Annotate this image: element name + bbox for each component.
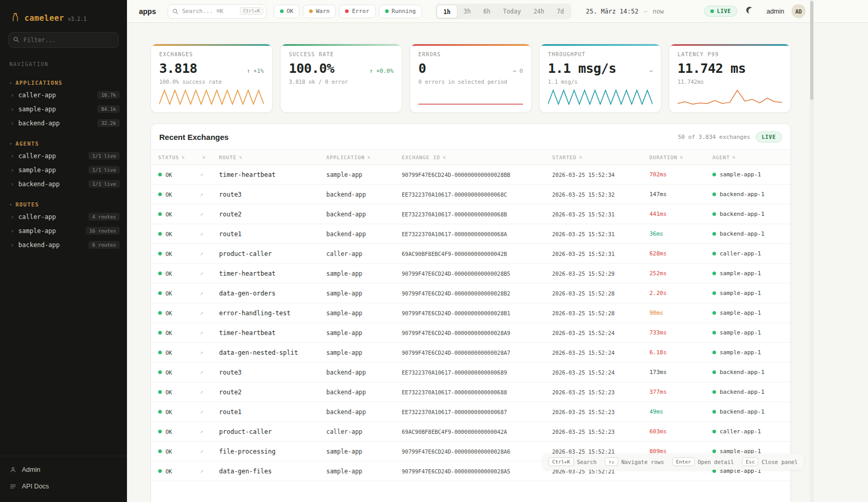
time-range-button[interactable]: 7d: [551, 5, 570, 18]
sidebar-section-header[interactable]: ▾ APPLICATIONS: [0, 78, 127, 88]
filter-input[interactable]: [8, 32, 119, 48]
avatar[interactable]: AD: [792, 4, 806, 18]
agent-status-dot-icon: [712, 331, 716, 334]
sidebar-item[interactable]: › sample-app 84.1k: [0, 102, 127, 116]
page-scrollbar[interactable]: [810, 0, 814, 502]
chevron-right-icon: ›: [10, 92, 14, 99]
duration-cell: 441ms: [649, 211, 712, 217]
table-row[interactable]: OK ↗ route3 backend-app EE7322370A10617-…: [151, 363, 790, 382]
open-detail-icon[interactable]: ↗: [200, 171, 219, 178]
time-range-button[interactable]: Today: [497, 5, 528, 18]
open-detail-icon[interactable]: ↗: [200, 211, 219, 217]
time-range-button[interactable]: 3h: [457, 5, 477, 18]
table-row[interactable]: OK ↗ data-gen-nested-split sample-app 90…: [151, 343, 790, 363]
ok-status-dot-icon: [158, 370, 162, 374]
table-row[interactable]: OK ↗ route2 backend-app EE7322370A10617-…: [151, 204, 790, 224]
open-detail-icon[interactable]: ↗: [200, 329, 219, 336]
agent-label: sample-app-1: [720, 290, 761, 297]
table-row[interactable]: OK ↗ data-gen-orders sample-app 90799F47…: [151, 284, 790, 303]
open-detail-icon[interactable]: ↗: [200, 230, 219, 237]
sidebar-item-badge: 1/1 live: [88, 152, 120, 160]
open-detail-icon[interactable]: ↗: [200, 408, 219, 415]
open-detail-icon[interactable]: ↗: [200, 448, 219, 455]
kpi-accent-bar: [151, 44, 272, 46]
sort-icon: ⇅: [367, 155, 371, 160]
sidebar-section-header[interactable]: ▾ ROUTES: [0, 199, 127, 210]
column-header[interactable]: ⇅: [200, 155, 219, 160]
status-cell: OK: [158, 389, 200, 395]
status-filter-chip[interactable]: Error: [339, 5, 375, 18]
ok-status-dot-icon: [158, 173, 162, 176]
open-detail-icon[interactable]: ↗: [200, 349, 219, 356]
agent-status-dot-icon: [712, 351, 716, 354]
time-range-button[interactable]: 6h: [477, 5, 497, 18]
sidebar-item[interactable]: › backend-app 32.2k: [0, 116, 127, 130]
table-row[interactable]: OK ↗ timer-heartbeat sample-app 90799F47…: [151, 165, 790, 185]
duration-cell: 49ms: [649, 408, 712, 415]
hint-label: Navigate rows: [621, 459, 664, 465]
exchange-id-cell: 69AC90BF8EBC4F9-000000000000042B: [402, 251, 552, 257]
ok-status-dot-icon: [158, 430, 162, 433]
column-header[interactable]: EXCHANGE ID ⇅: [402, 155, 552, 160]
sidebar-item[interactable]: › sample-app 1/1 live: [0, 163, 127, 177]
open-detail-icon[interactable]: ↗: [200, 250, 219, 257]
kpi-accent-bar: [540, 44, 661, 46]
status-filter-chip[interactable]: Warn: [303, 5, 336, 18]
keyboard-hint: ↑↓ Navigate rows: [605, 457, 664, 466]
column-header[interactable]: APPLICATION ⇅: [326, 155, 402, 160]
sidebar-item-api-docs[interactable]: API Docs: [0, 478, 127, 495]
open-detail-icon[interactable]: ↗: [200, 191, 219, 198]
column-header[interactable]: AGENT ⇅: [712, 155, 790, 160]
table-row[interactable]: OK ↗ route1 backend-app EE7322370A10617-…: [151, 224, 790, 244]
sidebar-item[interactable]: › backend-app 6 routes: [0, 238, 127, 252]
app-version: v3.2.1: [68, 16, 86, 22]
application-cell: backend-app: [326, 408, 402, 416]
duration-cell: 733ms: [649, 329, 712, 336]
exchange-id-cell: 90799F47E6CD24D-000000000000028A9: [402, 330, 552, 336]
sidebar-item[interactable]: › caller-app 10.7k: [0, 88, 127, 102]
time-range-button[interactable]: 1h: [437, 5, 457, 18]
table-row[interactable]: OK ↗ product-caller caller-app 69AC90BF8…: [151, 422, 790, 442]
live-badge[interactable]: LIVE: [704, 6, 737, 17]
admin-person-icon: [9, 466, 17, 473]
open-detail-icon[interactable]: ↗: [200, 310, 219, 316]
table-row[interactable]: OK ↗ product-caller caller-app 69AC90BF8…: [151, 244, 790, 264]
exchange-id-cell: EE7322370A10617-000000000000068A: [402, 231, 552, 237]
column-header[interactable]: ROUTE ⇅: [219, 155, 326, 160]
search-icon: [172, 8, 178, 15]
ok-status-dot-icon: [158, 272, 162, 275]
open-detail-icon[interactable]: ↗: [200, 290, 219, 297]
status-filter-chip[interactable]: Running: [379, 5, 422, 18]
status-filter-chip[interactable]: OK: [274, 5, 300, 18]
application-cell: sample-app: [326, 290, 402, 297]
theme-toggle-button[interactable]: [745, 4, 759, 19]
table-row[interactable]: OK ↗ error-handling-test sample-app 9079…: [151, 303, 790, 323]
open-detail-icon[interactable]: ↗: [200, 428, 219, 435]
table-row[interactable]: OK ↗ route3 backend-app EE7322370A10617-…: [151, 185, 790, 204]
table-row[interactable]: OK ↗ timer-heartbeat sample-app 90799F47…: [151, 323, 790, 343]
status-label: OK: [165, 271, 172, 277]
open-detail-icon[interactable]: ↗: [200, 389, 219, 395]
table-row[interactable]: OK ↗ route2 backend-app EE7322370A10617-…: [151, 382, 790, 402]
exchange-id-cell: 90799F47E6CD24D-000000000000028B1: [402, 310, 552, 316]
open-detail-icon[interactable]: ↗: [200, 270, 219, 277]
table-row[interactable]: OK ↗ timer-heartbeat sample-app 90799F47…: [151, 264, 790, 284]
kpi-card: THROUGHPUT 1.1 msg/s → 1.1 msg/s: [539, 44, 661, 113]
sidebar-section-header[interactable]: ▾ AGENTS: [0, 138, 127, 149]
open-detail-icon[interactable]: ↗: [200, 468, 219, 474]
scrollbar-thumb[interactable]: [810, 1, 813, 100]
moon-icon: [748, 8, 755, 15]
sidebar-item[interactable]: › caller-app 1/1 live: [0, 149, 127, 163]
column-header[interactable]: STARTED ⇅: [552, 155, 649, 160]
sidebar-item-admin[interactable]: Admin: [0, 461, 127, 478]
time-range-button[interactable]: 24h: [527, 5, 551, 18]
open-detail-icon[interactable]: ↗: [200, 369, 219, 376]
sidebar-item[interactable]: › backend-app 1/1 live: [0, 177, 127, 191]
route-cell: data-gen-orders: [219, 290, 326, 297]
column-header[interactable]: STATUS ⇅: [158, 155, 200, 160]
sidebar-item[interactable]: › sample-app 16 routes: [0, 224, 127, 238]
agent-label: sample-app-1: [720, 171, 761, 178]
table-row[interactable]: OK ↗ route1 backend-app EE7322370A10617-…: [151, 402, 790, 422]
sidebar-item[interactable]: › caller-app 4 routes: [0, 210, 127, 224]
column-header[interactable]: DURATION ⇅: [649, 155, 712, 160]
